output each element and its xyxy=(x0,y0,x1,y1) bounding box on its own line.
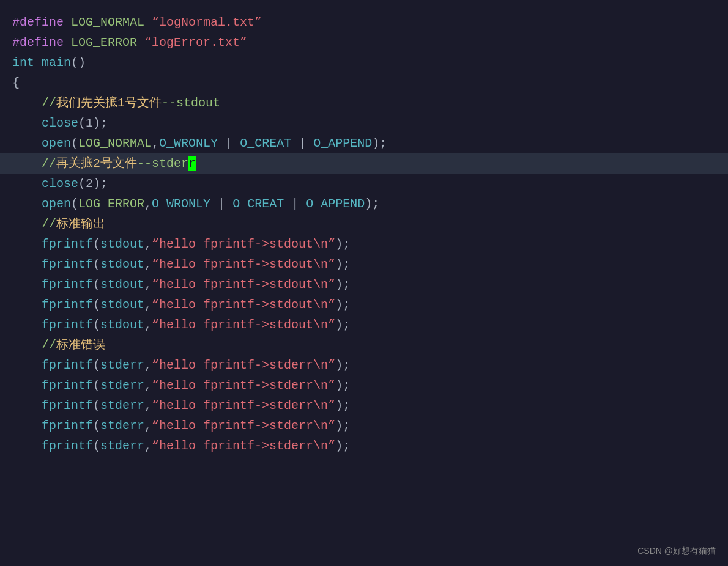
code-token: “hello fprintf->stdout\n” xyxy=(152,277,335,292)
code-token: “logError.txt” xyxy=(144,35,247,50)
code-token: ); xyxy=(335,399,350,413)
code-token: (2); xyxy=(78,177,108,191)
code-token: , xyxy=(144,237,152,251)
code-token: 再关掋2号文件 xyxy=(56,156,137,171)
code-token xyxy=(12,378,42,392)
code-token: fprintf xyxy=(42,237,93,251)
code-line: //标准输出 xyxy=(12,214,716,234)
code-token: ( xyxy=(93,419,100,433)
code-token: open xyxy=(42,197,71,211)
code-token: ( xyxy=(93,358,100,372)
code-token: fprintf xyxy=(42,318,93,332)
code-token: stderr xyxy=(100,378,144,392)
code-token: int xyxy=(12,56,34,70)
code-token: fprintf xyxy=(42,257,93,271)
code-token xyxy=(64,15,71,29)
code-token xyxy=(12,419,42,433)
code-line: //我们先关掋1号文件--stdout xyxy=(12,93,716,113)
code-token xyxy=(12,399,42,413)
code-token xyxy=(34,56,42,70)
code-token xyxy=(12,156,42,171)
code-token: // xyxy=(42,217,56,231)
code-line: open(LOG_ERROR,O_WRONLY | O_CREAT | O_AP… xyxy=(12,194,716,214)
code-token: “hello fprintf->stdout\n” xyxy=(152,298,335,312)
code-token: fprintf xyxy=(42,298,93,312)
code-token: #define xyxy=(12,35,64,50)
code-token: O_WRONLY xyxy=(152,197,210,211)
code-token xyxy=(12,177,42,191)
code-line: close(1); xyxy=(12,113,716,133)
code-token: // xyxy=(42,96,56,110)
code-token: “hello fprintf->stderr\n” xyxy=(152,399,335,413)
code-token: , xyxy=(144,298,152,312)
code-line: fprintf(stdout,“hello fprintf->stdout\n”… xyxy=(12,274,716,295)
code-line: #define LOG_ERROR “logError.txt” xyxy=(12,32,716,53)
code-token: ); xyxy=(335,358,350,372)
code-token: close xyxy=(42,116,78,130)
code-token: “hello fprintf->stdout\n” xyxy=(152,257,335,271)
code-token: ); xyxy=(335,439,350,453)
code-token: stdout xyxy=(100,318,144,332)
code-token: 我们先关掋1号文件 xyxy=(56,96,162,110)
code-token: fprintf xyxy=(42,439,93,453)
code-line: fprintf(stdout,“hello fprintf->stdout\n”… xyxy=(12,254,716,274)
code-token: , xyxy=(144,358,152,372)
code-token: O_CREAT xyxy=(232,197,284,211)
code-line: fprintf(stderr,“hello fprintf->stderr\n”… xyxy=(12,355,716,375)
code-token: stdout xyxy=(100,257,144,271)
code-token: ( xyxy=(93,277,100,292)
code-token: stdout xyxy=(100,298,144,312)
code-token xyxy=(12,338,42,352)
code-token xyxy=(12,217,42,231)
code-token: close xyxy=(42,177,78,191)
code-line: fprintf(stderr,“hello fprintf->stderr\n”… xyxy=(12,416,716,436)
code-token: // xyxy=(42,338,56,352)
code-line: int main() xyxy=(12,53,716,73)
code-token: stderr xyxy=(100,399,144,413)
code-token: ( xyxy=(93,439,100,453)
code-token: ); xyxy=(335,378,350,392)
code-line: #define LOG_NORMAL “logNormal.txt” xyxy=(12,12,716,32)
code-token: “hello fprintf->stderr\n” xyxy=(152,419,335,433)
code-token xyxy=(12,136,42,150)
code-line: fprintf(stderr,“hello fprintf->stderr\n”… xyxy=(12,436,716,456)
code-token: ); xyxy=(335,419,350,433)
code-token: “hello fprintf->stdout\n” xyxy=(152,237,335,251)
code-token: O_APPEND xyxy=(306,197,365,211)
code-token: ( xyxy=(93,318,100,332)
code-token: , xyxy=(144,439,152,453)
code-token: “hello fprintf->stderr\n” xyxy=(152,439,335,453)
code-token: ( xyxy=(71,197,78,211)
code-token: “logNormal.txt” xyxy=(152,15,262,29)
code-token: open xyxy=(42,136,71,150)
code-token: fprintf xyxy=(42,277,93,292)
code-token: stderr xyxy=(100,439,144,453)
code-token: ); xyxy=(335,237,350,251)
code-token xyxy=(12,439,42,453)
code-token: fprintf xyxy=(42,378,93,392)
code-token: | xyxy=(291,136,313,150)
code-token: fprintf xyxy=(42,419,93,433)
code-token: fprintf xyxy=(42,358,93,372)
code-token: “hello fprintf->stderr\n” xyxy=(152,358,335,372)
code-token: , xyxy=(152,136,159,150)
code-token: , xyxy=(144,197,152,211)
code-line: fprintf(stdout,“hello fprintf->stdout\n”… xyxy=(12,295,716,315)
code-line: open(LOG_NORMAL,O_WRONLY | O_CREAT | O_A… xyxy=(12,133,716,153)
code-token: stdout xyxy=(100,277,144,292)
code-token: fprintf xyxy=(42,399,93,413)
code-token xyxy=(12,277,42,292)
code-token: ( xyxy=(71,136,78,150)
watermark: CSDN @好想有猫猫 xyxy=(637,546,716,557)
code-token: , xyxy=(144,419,152,433)
code-editor: #define LOG_NORMAL “logNormal.txt”#defin… xyxy=(0,0,728,566)
code-token: “hello fprintf->stderr\n” xyxy=(152,378,335,392)
code-token xyxy=(12,116,42,130)
code-token: LOG_NORMAL xyxy=(78,136,152,150)
code-token xyxy=(12,358,42,372)
code-token: O_APPEND xyxy=(313,136,372,150)
code-line: fprintf(stdout,“hello fprintf->stdout\n”… xyxy=(12,315,716,335)
code-token: | xyxy=(218,136,240,150)
code-token: ); xyxy=(335,298,350,312)
code-token: (1); xyxy=(78,116,108,130)
